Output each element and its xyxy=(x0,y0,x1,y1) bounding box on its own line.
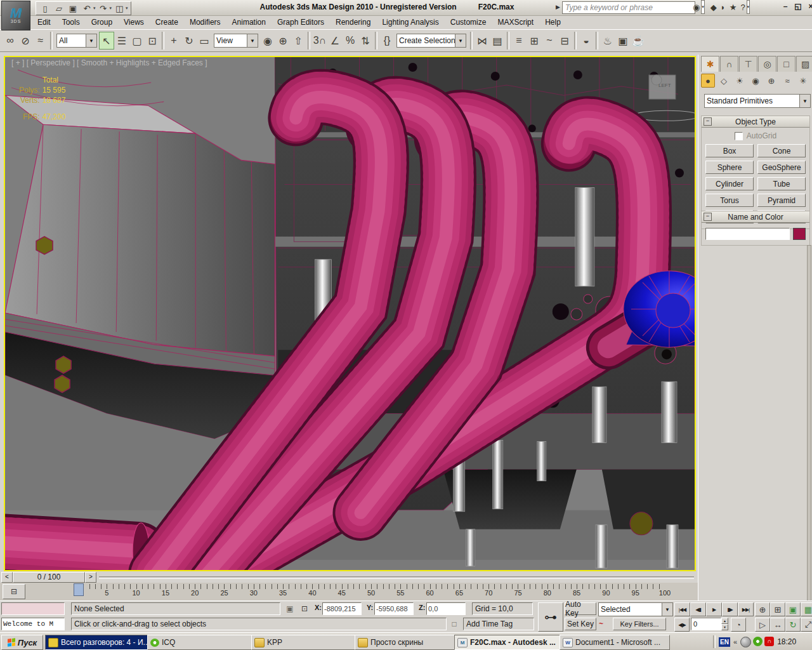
taskbar-item-document1-microsoft[interactable]: WDocument1 - Microsoft ... xyxy=(560,635,670,650)
collapse-icon[interactable]: − xyxy=(704,117,712,126)
viewport-label[interactable]: [ + ] [ Perspective ] [ Smooth + Highlig… xyxy=(11,58,207,67)
key-mode-toggle[interactable]: ◀|▶ xyxy=(674,618,690,632)
mirror-icon[interactable]: ⋈ xyxy=(475,32,490,50)
y-coordinate-field[interactable]: -5950,688 xyxy=(374,602,414,615)
track-bar[interactable]: ⊟ 05101520253035404550556065707580859095… xyxy=(0,583,698,601)
object-type-rollout-header[interactable]: − Object Type xyxy=(702,116,809,128)
zoom-all-icon[interactable]: ⊞ xyxy=(770,602,785,616)
tray-utility-icon[interactable] xyxy=(740,637,751,647)
maximize-viewport-icon[interactable]: ⤢ xyxy=(801,618,812,632)
maxscript-mini-listener[interactable] xyxy=(1,602,65,615)
key-sign-in-icon[interactable]: ◆ xyxy=(710,3,717,12)
primitive-category-dropdown[interactable]: Standard Primitives ▼ xyxy=(704,94,811,108)
menu-customize[interactable]: Customize xyxy=(445,16,492,29)
tab-create[interactable]: ✱ xyxy=(701,56,719,72)
open-mini-curve-editor-button[interactable]: ⊟ xyxy=(3,584,25,599)
curve-editor-icon[interactable]: ~ xyxy=(542,32,557,50)
time-configuration-icon[interactable]: ◔ xyxy=(731,618,746,632)
help-icon[interactable]: ? xyxy=(740,3,745,12)
current-frame-field[interactable]: 0 xyxy=(691,618,721,630)
taskbar-item-всего-разговоров-4-и[interactable]: Всего разговоров: 4 - И... xyxy=(45,635,151,650)
selection-set-key-dropdown[interactable]: Selected ▼ xyxy=(598,602,673,616)
layer-manager-icon[interactable]: ≡ xyxy=(511,32,527,50)
maxscript-listener-output[interactable]: Welcome to M xyxy=(1,618,65,630)
tray-chevron-icon[interactable]: « xyxy=(733,638,737,646)
menu-tools[interactable]: Tools xyxy=(56,16,86,29)
menu-lighting-analysis[interactable]: Lighting Analysis xyxy=(376,16,444,29)
category-helpers-icon[interactable]: ⊕ xyxy=(764,74,778,88)
favorites-star-icon[interactable]: ★ xyxy=(730,3,737,12)
track-bar-ruler[interactable]: 0510152025303540455055606570758085909510… xyxy=(77,583,665,600)
use-pivot-point-icon[interactable]: ◉ xyxy=(260,32,275,50)
selection-lock-icon[interactable]: ▣ xyxy=(284,602,296,615)
select-by-name-icon[interactable]: ☰ xyxy=(114,32,129,50)
search-expand-icon[interactable]: ▶ xyxy=(556,4,560,10)
save-file-icon[interactable]: ▣ xyxy=(67,3,79,14)
named-selection-set-dropdown[interactable]: Create Selection Se▼ xyxy=(396,34,466,48)
keyboard-override-icon[interactable]: ⇧ xyxy=(291,32,306,50)
dropdown-arrow-icon[interactable]: ▾ xyxy=(110,6,112,11)
schematic-view-icon[interactable]: ⊟ xyxy=(557,32,572,50)
viewport-canvas[interactable] xyxy=(5,57,695,570)
zoom-extents-icon[interactable]: ▣ xyxy=(785,602,801,616)
field-of-view-icon[interactable]: ▷ xyxy=(755,618,770,632)
time-slider[interactable]: 0 / 100 xyxy=(13,572,85,583)
restore-button[interactable]: ◱ xyxy=(794,2,802,11)
align-icon[interactable]: ▤ xyxy=(490,32,505,50)
taskbar-item-kpp[interactable]: KPP xyxy=(251,635,358,650)
communication-center-icon[interactable]: ◗ xyxy=(721,3,726,12)
scene-container-icon[interactable]: ⊞ xyxy=(527,32,542,50)
menu-rendering[interactable]: Rendering xyxy=(330,16,376,29)
category-geometry-icon[interactable]: ● xyxy=(701,74,715,88)
panel-scrollbar[interactable] xyxy=(807,245,811,650)
angle-snap-icon[interactable]: ∠ xyxy=(327,32,343,50)
time-tag-cube-icon[interactable]: □ xyxy=(448,618,461,630)
selection-filter-dropdown[interactable]: All▼ xyxy=(56,34,97,48)
dropdown-arrow-icon[interactable]: ▼ xyxy=(799,95,810,107)
rendered-frame-window-icon[interactable]: ▣ xyxy=(615,32,631,50)
menu-create[interactable]: Create xyxy=(150,16,184,29)
frame-spinner[interactable]: ▲ ▼ xyxy=(721,618,728,630)
tab-utilities[interactable]: ▨ xyxy=(796,56,812,72)
taskbar-item-f20c-max-autodesk[interactable]: MF20C.max - Autodesk ... xyxy=(454,635,563,650)
create-torus-button[interactable]: Torus xyxy=(705,194,754,207)
create-cylinder-button[interactable]: Cylinder xyxy=(705,177,754,190)
infocenter-search-input[interactable]: Type a keyword or phrase xyxy=(562,1,695,14)
snap-toggle-3d-icon[interactable]: 3∩ xyxy=(312,32,327,50)
tab-display[interactable]: □ xyxy=(777,56,796,72)
object-color-swatch[interactable] xyxy=(793,228,806,240)
object-name-input[interactable] xyxy=(705,228,790,240)
rectangular-selection-region-icon[interactable]: ▢ xyxy=(129,32,145,50)
auto-key-button[interactable]: Auto Key xyxy=(565,602,596,615)
select-and-scale-icon[interactable]: ▭ xyxy=(197,32,212,50)
track-bar-frame-handle[interactable] xyxy=(74,583,84,596)
dropdown-arrow-icon[interactable]: ▾ xyxy=(126,6,128,11)
application-menu-button[interactable]: M 3DS xyxy=(1,1,30,30)
z-coordinate-field[interactable]: 0,0 xyxy=(426,602,466,615)
menu-group[interactable]: Group xyxy=(86,16,118,29)
dropdown-arrow-icon[interactable]: ▼ xyxy=(86,34,96,47)
dropdown-arrow-icon[interactable]: ▼ xyxy=(662,603,672,616)
render-production-icon[interactable]: ☕ xyxy=(631,32,646,50)
absolute-offset-toggle-icon[interactable]: ⊡ xyxy=(298,602,311,615)
avira-tray-icon[interactable]: ∩ xyxy=(764,637,774,646)
select-and-move-icon[interactable]: + xyxy=(166,32,181,50)
select-object-icon[interactable]: ↖ xyxy=(99,32,114,50)
name-and-color-rollout-header[interactable]: − Name and Color xyxy=(702,211,809,223)
taskbar-item-просто-скрины[interactable]: Просто скрины xyxy=(355,635,458,650)
autogrid-checkbox[interactable] xyxy=(735,132,743,140)
select-and-link-icon[interactable]: ∞ xyxy=(3,32,18,50)
tab-modify[interactable]: ∩ xyxy=(720,56,738,72)
redo-icon[interactable]: ↷ xyxy=(97,3,110,14)
create-box-button[interactable]: Box xyxy=(705,144,754,157)
previous-frame-arrow[interactable]: < xyxy=(1,572,13,583)
menu-animation[interactable]: Animation xyxy=(226,16,272,29)
select-and-manipulate-icon[interactable]: ⊕ xyxy=(275,32,291,50)
menu-maxscript[interactable]: MAXScript xyxy=(492,16,539,29)
dropdown-arrow-icon[interactable]: ▾ xyxy=(93,6,96,11)
pan-icon[interactable]: ↔ xyxy=(770,618,785,632)
go-to-end-button[interactable]: ▶▶| xyxy=(738,602,754,616)
dropdown-arrow-icon[interactable]: ▾ xyxy=(701,0,705,14)
default-in-out-tangents-icon[interactable]: ~ xyxy=(599,618,610,630)
material-editor-icon[interactable]: ◒ xyxy=(579,32,594,50)
